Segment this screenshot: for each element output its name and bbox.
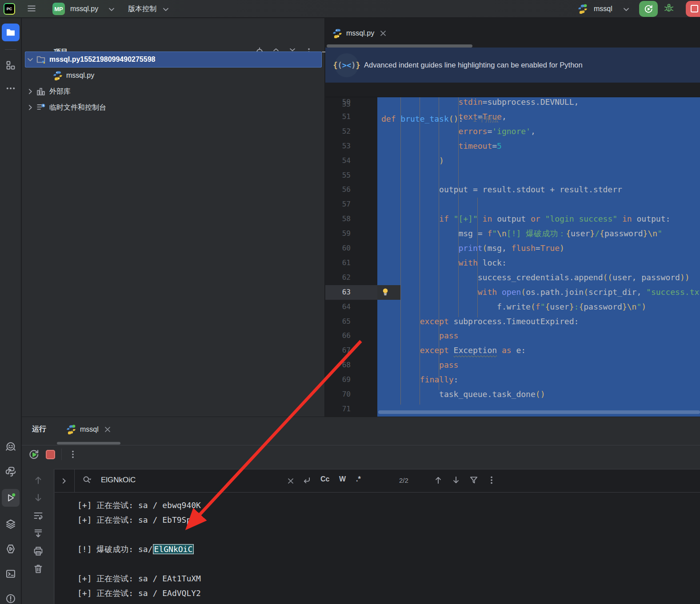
more-tools-button[interactable] [3,81,18,96]
match-counter: 2/2 [399,477,408,484]
project-tool-button[interactable] [2,24,20,41]
python-run-icon [66,425,76,434]
code-line-64[interactable]: 64 f.write(f"{user}:{password}\n") [325,300,700,314]
chevron-right-icon[interactable] [25,103,36,112]
code-line-57[interactable]: 57 [325,197,700,212]
code-line-63[interactable]: 63 with open(os.path.join(script_dir, "s… [325,285,700,300]
line-number: 71 [325,402,351,417]
code-line-68[interactable]: 68 pass [325,358,700,373]
search-options-icon[interactable] [487,475,496,485]
code-line-71[interactable]: 71 [325,402,700,417]
vcs-menu[interactable]: 版本控制 [128,0,156,18]
code-text: timeout=5 [381,139,502,154]
stop-button[interactable] [686,1,700,17]
filter-icon[interactable] [469,475,479,485]
code-line-53[interactable]: 53 timeout=5 [325,139,700,154]
code-line-56[interactable]: 56 output = result.stdout + result.stder… [325,183,700,197]
main-menu-button[interactable] [27,4,36,13]
pycharm-logo: PC [4,3,15,15]
code-text: ) [381,154,444,168]
tree-item-project-root[interactable]: mssql.py1552198099490275598 [25,52,322,68]
close-tab-icon[interactable] [378,28,388,38]
problems-tool-button[interactable] [3,591,18,604]
next-match-icon[interactable] [451,475,461,485]
run-tool-window: 运行 mssql ElGNkOiC Cc W .* 2/2 [22,417,700,604]
prev-occurrence-button[interactable] [32,474,44,486]
project-badge[interactable]: MP [52,3,65,15]
editor-tab-mssql-py[interactable]: mssql.py [326,24,394,42]
code-line-58[interactable]: 58 if "[+]" in output or "login success"… [325,212,700,226]
newline-icon[interactable] [302,476,312,485]
terminal-tool-button[interactable] [3,566,18,581]
toolbar-options-button[interactable] [68,449,78,459]
code-line-66[interactable]: 66 pass [325,329,700,343]
code-line-59[interactable]: 59 msg = f"\n[!] 爆破成功：{user}/{password}\… [325,226,700,241]
project-menu[interactable]: mssql.py [70,0,98,18]
code-text: output = result.stdout + result.stderr [381,183,622,197]
expand-search-icon[interactable] [59,476,69,486]
code-line-55[interactable]: 55 [325,168,700,183]
code-text: finally: [381,373,458,387]
tab-strip-scrollbar[interactable] [327,44,472,48]
run-config-selector[interactable]: mssql [594,0,612,18]
close-tab-icon[interactable] [103,425,112,434]
line-number: 55 [325,168,351,183]
tree-item-mssql-py[interactable]: mssql.py [25,68,322,83]
clear-console-button[interactable] [32,563,44,575]
python-file-icon [332,28,342,38]
activity-divider [5,49,16,50]
chevron-right-icon[interactable] [25,87,36,96]
services-tool-button[interactable] [3,517,18,532]
code-text: msg = f"\n[!] 爆破成功：{user}/{password}\n" [381,226,662,241]
previous-match-icon[interactable] [433,475,443,485]
line-number: 69 [325,373,351,387]
code-text: except Exception as e: [381,343,526,358]
code-line-50[interactable]: 50 stdin=subprocess.DEVNULL, [325,95,700,110]
tree-item-scratches[interactable]: 临时文件和控制台 [25,99,322,115]
code-line-65[interactable]: 65 except subprocess.TimeoutExpired: [325,314,700,329]
code-lines[interactable]: 50 stdin=subprocess.DEVNULL,51 text=True… [325,95,700,417]
huggingface-tool-button[interactable] [3,439,18,454]
whole-words-toggle[interactable]: W [339,475,346,483]
run-tool-button[interactable] [2,489,20,507]
search-input[interactable]: ElGNkOiC [101,476,136,485]
next-occurrence-button[interactable] [32,492,44,504]
project-folder-icon [36,55,46,64]
code-line-67[interactable]: 67 except Exception as e: [325,343,700,358]
line-number: 61 [325,256,351,270]
match-case-toggle[interactable]: Cc [320,475,329,483]
line-number: 59 [325,226,351,241]
code-line-61[interactable]: 61 with lock: [325,256,700,270]
code-line-69[interactable]: 69 finally: [325,373,700,387]
active-tab-indicator [57,442,120,445]
code-line-60[interactable]: 60 print(msg, flush=True) [325,241,700,256]
code-text: success_credentials.append((user, passwo… [381,270,690,285]
print-button[interactable] [32,545,44,557]
rerun-button[interactable] [639,1,658,17]
clear-search-icon[interactable] [286,476,296,486]
scroll-to-end-button[interactable] [32,527,44,539]
python-console-button[interactable] [3,541,18,556]
rerun-button[interactable] [28,449,40,460]
structure-tool-button[interactable] [3,58,18,73]
code-line-54[interactable]: 54 ) [325,154,700,168]
activity-bar-top [0,24,21,96]
console-output[interactable]: [+] 正在尝试: sa / ebwq940K[+] 正在尝试: sa / Eb… [55,493,700,604]
line-number: 56 [325,183,351,197]
search-icon[interactable] [82,475,92,485]
stop-button[interactable] [46,450,55,459]
debug-button[interactable] [664,3,674,12]
code-text: pass [381,358,458,373]
tree-item-external-libraries[interactable]: 外部库 [25,83,322,99]
code-line-70[interactable]: 70 task_queue.task_done() [325,387,700,402]
soft-wrap-button[interactable] [32,509,44,521]
divider [61,449,62,460]
python-run-config-icon [578,4,588,14]
chevron-down-icon[interactable] [25,55,36,64]
code-text: pass [381,329,458,343]
python-packages-button[interactable] [3,464,18,479]
code-text: f.write(f"{user}:{password}\n") [381,300,646,314]
code-line-62[interactable]: 62 success_credentials.append((user, pas… [325,270,700,285]
regex-toggle[interactable]: .* [356,475,361,483]
run-tab-mssql[interactable]: mssql [62,422,117,437]
